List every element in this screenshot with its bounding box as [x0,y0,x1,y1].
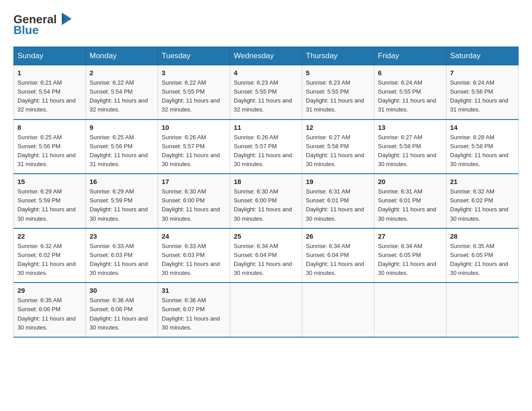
day-header-thursday: Thursday [302,47,374,65]
day-number: 19 [306,178,370,185]
day-info: Sunrise: 6:27 AMSunset: 5:58 PMDaylight:… [306,133,370,169]
day-number: 29 [17,287,82,294]
day-number: 9 [90,124,154,131]
logo: General Blue [13,9,76,38]
day-number: 13 [378,124,442,131]
empty-cell [302,283,374,337]
day-info: Sunrise: 6:34 AMSunset: 6:05 PMDaylight:… [378,242,442,278]
day-info: Sunrise: 6:26 AMSunset: 5:57 PMDaylight:… [234,133,298,169]
day-info: Sunrise: 6:26 AMSunset: 5:57 PMDaylight:… [162,133,226,169]
day-info: Sunrise: 6:23 AMSunset: 5:55 PMDaylight:… [234,78,298,115]
day-cell-8: 8 Sunrise: 6:25 AMSunset: 5:56 PMDayligh… [14,120,86,174]
day-cell-7: 7 Sunrise: 6:24 AMSunset: 5:56 PMDayligh… [446,65,519,120]
empty-cell [446,283,519,337]
day-number: 12 [306,124,370,131]
day-info: Sunrise: 6:35 AMSunset: 6:05 PMDaylight:… [450,242,515,278]
calendar-header: SundayMondayTuesdayWednesdayThursdayFrid… [14,47,519,65]
day-info: Sunrise: 6:36 AMSunset: 6:06 PMDaylight:… [90,296,154,332]
day-cell-17: 17 Sunrise: 6:30 AMSunset: 6:00 PMDaylig… [158,174,230,228]
calendar-body: 1 Sunrise: 6:21 AMSunset: 5:54 PMDayligh… [14,65,519,337]
day-cell-4: 4 Sunrise: 6:23 AMSunset: 5:55 PMDayligh… [230,65,302,120]
day-info: Sunrise: 6:34 AMSunset: 6:04 PMDaylight:… [306,242,370,278]
day-cell-13: 13 Sunrise: 6:27 AMSunset: 5:58 PMDaylig… [374,120,446,174]
day-cell-10: 10 Sunrise: 6:26 AMSunset: 5:57 PMDaylig… [158,120,230,174]
day-info: Sunrise: 6:34 AMSunset: 6:04 PMDaylight:… [234,242,298,278]
day-number: 16 [90,178,154,185]
day-cell-15: 15 Sunrise: 6:29 AMSunset: 5:59 PMDaylig… [14,174,86,228]
day-number: 11 [234,124,298,131]
day-number: 31 [162,287,226,294]
day-cell-24: 24 Sunrise: 6:33 AMSunset: 6:03 PMDaylig… [158,228,230,283]
day-number: 15 [17,178,82,185]
day-number: 27 [378,232,442,240]
day-info: Sunrise: 6:35 AMSunset: 6:06 PMDaylight:… [17,296,82,332]
day-number: 25 [234,232,298,240]
day-info: Sunrise: 6:36 AMSunset: 6:07 PMDaylight:… [162,296,226,332]
day-number: 7 [450,69,515,77]
day-number: 6 [378,69,442,77]
day-header-wednesday: Wednesday [230,47,302,65]
day-cell-12: 12 Sunrise: 6:27 AMSunset: 5:58 PMDaylig… [302,120,374,174]
day-cell-3: 3 Sunrise: 6:22 AMSunset: 5:55 PMDayligh… [158,65,230,120]
day-cell-16: 16 Sunrise: 6:29 AMSunset: 5:59 PMDaylig… [86,174,158,228]
day-header-monday: Monday [86,47,158,65]
week-row-4: 22 Sunrise: 6:32 AMSunset: 6:02 PMDaylig… [14,228,519,283]
day-number: 20 [378,178,442,185]
day-number: 2 [90,69,154,77]
day-cell-23: 23 Sunrise: 6:33 AMSunset: 6:03 PMDaylig… [86,228,158,283]
week-row-3: 15 Sunrise: 6:29 AMSunset: 5:59 PMDaylig… [14,174,519,228]
day-info: Sunrise: 6:30 AMSunset: 6:00 PMDaylight:… [234,187,298,223]
day-info: Sunrise: 6:22 AMSunset: 5:55 PMDaylight:… [162,78,226,115]
day-cell-9: 9 Sunrise: 6:25 AMSunset: 5:56 PMDayligh… [86,120,158,174]
day-number: 21 [450,178,515,185]
day-number: 3 [162,69,226,77]
day-number: 28 [450,232,515,240]
day-number: 24 [162,232,226,240]
day-cell-11: 11 Sunrise: 6:26 AMSunset: 5:57 PMDaylig… [230,120,302,174]
day-header-saturday: Saturday [446,47,519,65]
day-info: Sunrise: 6:24 AMSunset: 5:55 PMDaylight:… [378,78,442,115]
day-number: 17 [162,178,226,185]
day-cell-26: 26 Sunrise: 6:34 AMSunset: 6:04 PMDaylig… [302,228,374,283]
day-info: Sunrise: 6:25 AMSunset: 5:56 PMDaylight:… [17,133,82,169]
day-cell-30: 30 Sunrise: 6:36 AMSunset: 6:06 PMDaylig… [86,283,158,337]
day-cell-2: 2 Sunrise: 6:22 AMSunset: 5:54 PMDayligh… [86,65,158,120]
day-number: 14 [450,124,515,131]
day-cell-6: 6 Sunrise: 6:24 AMSunset: 5:55 PMDayligh… [374,65,446,120]
day-cell-14: 14 Sunrise: 6:28 AMSunset: 5:58 PMDaylig… [446,120,519,174]
day-info: Sunrise: 6:32 AMSunset: 6:02 PMDaylight:… [450,187,515,223]
day-info: Sunrise: 6:25 AMSunset: 5:56 PMDaylight:… [90,133,154,169]
day-cell-19: 19 Sunrise: 6:31 AMSunset: 6:01 PMDaylig… [302,174,374,228]
day-number: 5 [306,69,370,77]
day-info: Sunrise: 6:27 AMSunset: 5:58 PMDaylight:… [378,133,442,169]
day-header-tuesday: Tuesday [158,47,230,65]
empty-cell [374,283,446,337]
logo-general-text: General Blue [13,9,76,38]
day-number: 4 [234,69,298,77]
week-row-1: 1 Sunrise: 6:21 AMSunset: 5:54 PMDayligh… [14,65,519,120]
day-info: Sunrise: 6:23 AMSunset: 5:55 PMDaylight:… [306,78,370,115]
day-cell-18: 18 Sunrise: 6:30 AMSunset: 6:00 PMDaylig… [230,174,302,228]
day-cell-22: 22 Sunrise: 6:32 AMSunset: 6:02 PMDaylig… [14,228,86,283]
day-cell-31: 31 Sunrise: 6:36 AMSunset: 6:07 PMDaylig… [158,283,230,337]
day-number: 1 [17,69,82,77]
day-cell-25: 25 Sunrise: 6:34 AMSunset: 6:04 PMDaylig… [230,228,302,283]
day-cell-29: 29 Sunrise: 6:35 AMSunset: 6:06 PMDaylig… [14,283,86,337]
svg-text:Blue: Blue [13,23,39,36]
day-info: Sunrise: 6:32 AMSunset: 6:02 PMDaylight:… [17,242,82,278]
day-info: Sunrise: 6:33 AMSunset: 6:03 PMDaylight:… [90,242,154,278]
day-info: Sunrise: 6:28 AMSunset: 5:58 PMDaylight:… [450,133,515,169]
day-info: Sunrise: 6:31 AMSunset: 6:01 PMDaylight:… [378,187,442,223]
day-cell-28: 28 Sunrise: 6:35 AMSunset: 6:05 PMDaylig… [446,228,519,283]
day-number: 22 [17,232,82,240]
day-number: 18 [234,178,298,185]
day-number: 26 [306,232,370,240]
day-info: Sunrise: 6:21 AMSunset: 5:54 PMDaylight:… [17,78,82,115]
day-number: 10 [162,124,226,131]
day-cell-27: 27 Sunrise: 6:34 AMSunset: 6:05 PMDaylig… [374,228,446,283]
page-header: General Blue [13,9,519,38]
week-row-2: 8 Sunrise: 6:25 AMSunset: 5:56 PMDayligh… [14,120,519,174]
day-info: Sunrise: 6:33 AMSunset: 6:03 PMDaylight:… [162,242,226,278]
day-info: Sunrise: 6:22 AMSunset: 5:54 PMDaylight:… [90,78,154,115]
day-info: Sunrise: 6:24 AMSunset: 5:56 PMDaylight:… [450,78,515,115]
